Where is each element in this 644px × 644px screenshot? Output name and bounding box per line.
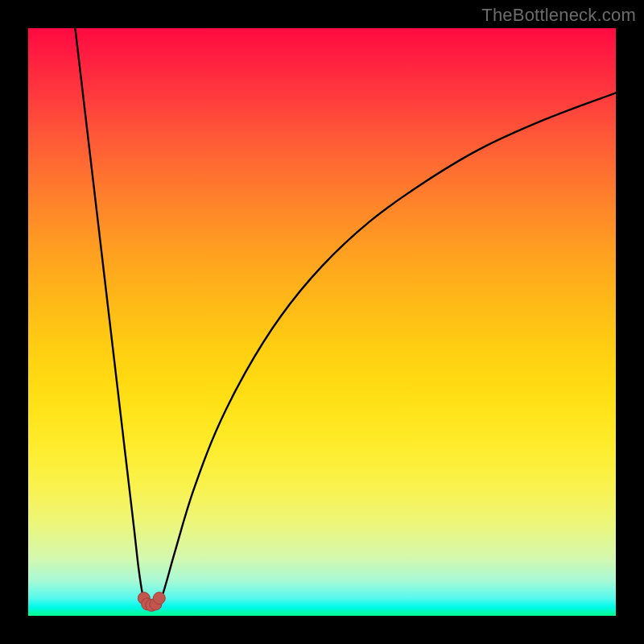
curve-layer bbox=[28, 28, 616, 616]
minimum-marker-dot bbox=[153, 592, 165, 605]
plot-area bbox=[28, 28, 616, 616]
curve-right-branch bbox=[158, 93, 616, 604]
minimum-marker bbox=[138, 592, 165, 612]
curve-left-branch bbox=[75, 28, 146, 604]
outer-frame: TheBottleneck.com bbox=[0, 0, 644, 644]
watermark-text: TheBottleneck.com bbox=[481, 5, 636, 26]
